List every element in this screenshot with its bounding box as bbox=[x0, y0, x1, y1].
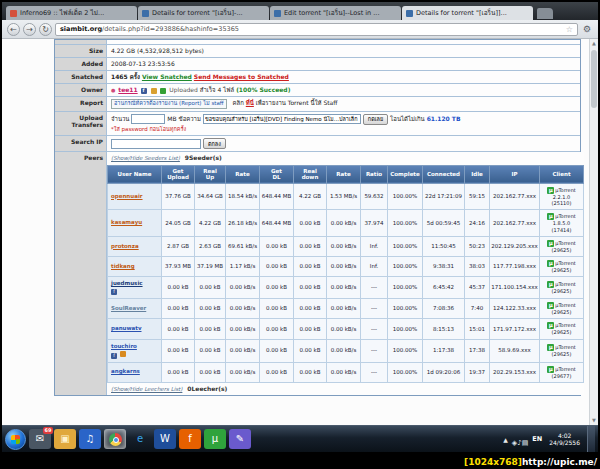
utorrent-client-icon: µ bbox=[547, 366, 554, 373]
explorer-icon[interactable]: ▣ bbox=[54, 429, 76, 449]
start-button[interactable] bbox=[5, 429, 26, 450]
send-messages-link[interactable]: Send Messages to Snatched bbox=[194, 73, 289, 80]
transfer-submit-button[interactable]: กดเลย bbox=[363, 114, 388, 125]
peer-user-cell: angkarns f bbox=[108, 362, 162, 382]
peer-username-link[interactable]: panuwatv bbox=[111, 325, 142, 331]
menu-icon[interactable]: ⚙ bbox=[581, 24, 593, 34]
scrollbar-thumb[interactable] bbox=[591, 50, 597, 108]
peers-column-header[interactable]: Rate bbox=[226, 165, 260, 183]
notification-badge: 69 bbox=[43, 427, 53, 434]
peer-idle: 15:01 bbox=[465, 319, 490, 339]
peer-username-link[interactable]: juedmusic bbox=[111, 280, 143, 286]
peer-username-link[interactable]: angkarns bbox=[111, 368, 140, 374]
peers-column-header[interactable]: Complete bbox=[388, 165, 423, 183]
peers-column-header[interactable]: Get Upload bbox=[162, 165, 195, 183]
reload-button[interactable]: ↻ bbox=[39, 23, 52, 36]
browser-tab[interactable]: Edit torrent "[เอร็น]--Lost in ... bbox=[270, 6, 401, 20]
peer-username-link[interactable]: opennuair bbox=[111, 193, 143, 199]
peer-username-link[interactable]: SoulReaver bbox=[111, 305, 146, 311]
peer-username-link[interactable]: kasamayu bbox=[111, 219, 142, 225]
tray-expand-icon[interactable]: ▲ bbox=[503, 436, 508, 443]
search-ip-button[interactable]: ตกลง bbox=[203, 138, 226, 149]
seeders-line: (Show/Hide Seeders List) 9Seeder(s) bbox=[107, 152, 584, 164]
peer-username-link[interactable]: protonza bbox=[111, 243, 139, 249]
amount-unit: MB bbox=[167, 115, 176, 122]
media-player-icon[interactable]: ♫ bbox=[79, 429, 101, 449]
office-icon[interactable]: W bbox=[154, 429, 176, 449]
browser-tab[interactable]: Inferno69 :: ไฟล์เด็ด 2 ไม่... bbox=[6, 6, 137, 20]
peers-column-header[interactable]: Client bbox=[540, 165, 584, 183]
tray-icon[interactable]: ▤ bbox=[522, 439, 529, 447]
peer-username-link[interactable]: touchiro bbox=[111, 343, 137, 349]
peer-user-cell: opennuair f bbox=[108, 183, 162, 210]
peer-idle: 7:40 bbox=[465, 299, 490, 319]
peers-column-header[interactable]: Rate bbox=[327, 165, 361, 183]
peer-client: µTorrent bbox=[555, 281, 576, 287]
peer-client-port: (29625) bbox=[541, 288, 582, 294]
browser-tab[interactable]: Details for torrent "[เอร็น]]... bbox=[402, 6, 533, 20]
view-snatched-link[interactable]: View Snatched bbox=[142, 73, 192, 80]
toggle-seeders-link[interactable]: (Show/Hide Seeders List) bbox=[111, 155, 180, 161]
peer-idle: 45:37 bbox=[465, 277, 490, 299]
peer-ip: 58.9.69.xxx bbox=[490, 339, 540, 362]
page-scrollbar[interactable]: ▲ ▼ bbox=[589, 39, 598, 425]
peer-username-link[interactable]: tidkang bbox=[111, 263, 135, 269]
scroll-up-icon[interactable]: ▲ bbox=[590, 39, 598, 48]
paint-icon[interactable]: ✎ bbox=[229, 429, 251, 449]
peers-column-header[interactable]: Get DL bbox=[260, 165, 294, 183]
clock-date: 24/9/2556 bbox=[549, 439, 580, 446]
ie-icon[interactable]: e bbox=[129, 429, 151, 449]
new-tab-button[interactable] bbox=[537, 8, 553, 19]
report-label: Report bbox=[55, 97, 107, 110]
peers-column-header[interactable]: Real Up bbox=[195, 165, 226, 183]
peers-column-header[interactable]: Connected bbox=[423, 165, 465, 183]
detail-row-upload-transfers: Upload Transfers จำนวน MB ข้อความ กดเลย … bbox=[55, 112, 580, 136]
peer-rate-down: 0.00 kB/s bbox=[327, 236, 361, 256]
firefox-icon[interactable]: f bbox=[179, 429, 201, 449]
search-ip-input[interactable] bbox=[111, 139, 201, 149]
taskbar-clock[interactable]: 4:02 24/9/2556 bbox=[546, 432, 583, 446]
facebook-icon[interactable]: f bbox=[111, 353, 117, 359]
peers-column-header[interactable]: IP bbox=[490, 165, 540, 183]
peers-column-header[interactable]: User Name bbox=[108, 165, 162, 183]
toggle-leechers-link[interactable]: (Show/Hide Leechers List) bbox=[111, 386, 182, 392]
report-rules-link[interactable]: อ่านกรณีที่ควรต้องรายงาน (Report) ไม่ st… bbox=[111, 99, 227, 108]
bookmark-star-icon[interactable]: ☆ bbox=[566, 25, 573, 34]
utorrent-client-icon: µ bbox=[547, 302, 554, 309]
peer-client-cell: µµTorrent (29625) bbox=[540, 257, 584, 277]
forward-button[interactable]: → bbox=[23, 23, 36, 36]
peer-user-cell: kasamayu f bbox=[108, 210, 162, 237]
browser-tab[interactable]: Details for torrent "[เอร็น]-... bbox=[138, 6, 269, 20]
utorrent-client-icon: µ bbox=[547, 281, 554, 288]
tab-strip: Inferno69 :: ไฟล์เด็ด 2 ไม่... Details f… bbox=[2, 6, 598, 20]
pm-icon[interactable] bbox=[151, 88, 157, 94]
owner-name-link[interactable]: tee11 bbox=[118, 86, 137, 93]
peer-row: angkarns f 0.00 kB 0.00 kB 0.00 kB/s bbox=[108, 362, 584, 382]
transfer-amount-input[interactable] bbox=[131, 114, 165, 124]
peer-row: panuwatv f 0.00 kB 0.00 kB 0.00 kB/s bbox=[108, 319, 584, 339]
peer-ip: 202.162.77.xxx bbox=[490, 183, 540, 210]
windows-logo-icon bbox=[11, 435, 20, 444]
chrome-icon[interactable] bbox=[104, 429, 126, 449]
facebook-icon[interactable]: f bbox=[111, 289, 117, 295]
address-bar[interactable]: siambit.org/details.php?id=293886&hashin… bbox=[55, 23, 578, 36]
peers-column-header[interactable]: Real down bbox=[294, 165, 327, 183]
peer-client: µTorrent bbox=[555, 260, 576, 266]
address-host: siambit.org bbox=[60, 25, 102, 33]
scroll-down-icon[interactable]: ▼ bbox=[590, 416, 598, 425]
language-indicator[interactable]: EN bbox=[532, 435, 542, 443]
facebook-icon[interactable]: f bbox=[141, 88, 147, 94]
utorrent-icon[interactable]: µ bbox=[204, 429, 226, 449]
chat-app-icon[interactable]: ✉ 69 bbox=[29, 429, 51, 449]
peers-column-header[interactable]: Ratio bbox=[361, 165, 388, 183]
report-here-link[interactable]: ที่นี่ bbox=[246, 99, 254, 106]
show-desktop-button[interactable] bbox=[587, 426, 595, 453]
back-button[interactable]: ← bbox=[7, 23, 20, 36]
peer-client-cell: µµTorrent (29625) bbox=[540, 236, 584, 256]
peers-column-header[interactable]: Idle bbox=[465, 165, 490, 183]
peer-rate-up: 0.00 kB/s bbox=[226, 299, 260, 319]
transfer-message-input[interactable] bbox=[203, 114, 361, 124]
peer-real-down: 0.00 kB bbox=[294, 257, 327, 277]
peer-complete: 100.00% bbox=[388, 299, 423, 319]
snatched-label: Snatched bbox=[55, 71, 107, 83]
